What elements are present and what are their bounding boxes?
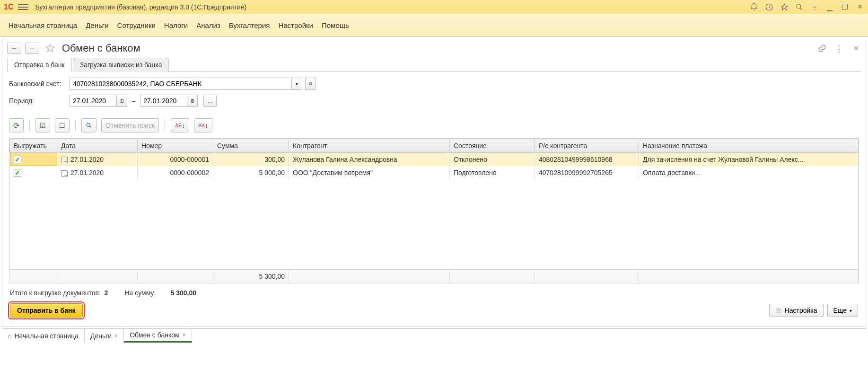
more-button-label: Еще bbox=[833, 307, 847, 314]
title-bar: 1C Бухгалтерия предприятия (базовая), ре… bbox=[0, 0, 868, 14]
app-title: Бухгалтерия предприятия (базовая), редак… bbox=[35, 3, 750, 11]
cancel-search-button[interactable]: Отменить поиск bbox=[101, 118, 159, 132]
cell-sum: 5 000,00 bbox=[213, 166, 289, 179]
menu-taxes[interactable]: Налоги bbox=[164, 21, 188, 29]
table-row[interactable]: ✓ 27.01.2020 0000-000002 5 000,00 ООО "Д… bbox=[10, 166, 859, 179]
bottom-tab-money[interactable]: Деньги × bbox=[85, 329, 124, 343]
refresh-button[interactable]: ⟳ bbox=[9, 118, 24, 132]
summary-sum-label: На сумму: bbox=[124, 289, 156, 297]
col-date[interactable]: Дата bbox=[57, 139, 138, 153]
summary-docs-label: Итого к выгрузке документов: bbox=[10, 289, 101, 297]
col-number[interactable]: Номер bbox=[138, 139, 213, 153]
cell-purpose: Оплата доставки... bbox=[639, 166, 859, 179]
sort-asc-button[interactable]: АЯ↓ bbox=[171, 118, 189, 132]
col-cp-account[interactable]: Р/с контрагента bbox=[535, 139, 639, 153]
menu-help[interactable]: Помощь bbox=[322, 21, 349, 29]
date-from-calendar-button[interactable]: 🗓 bbox=[117, 95, 127, 107]
filter-icon[interactable] bbox=[810, 3, 819, 11]
table-row[interactable]: ✓ 27.01.2020 0000-000001 300,00 Жуланова… bbox=[10, 153, 859, 167]
cell-counterparty: ООО "Доставим вовремя" bbox=[289, 166, 450, 179]
col-counterparty[interactable]: Контрагент bbox=[289, 139, 450, 153]
cell-cp-account: 40802810499998610968 bbox=[535, 153, 639, 167]
gear-icon bbox=[775, 307, 782, 314]
maximize-button[interactable] bbox=[841, 3, 849, 11]
menu-home[interactable]: Начальная страница bbox=[9, 21, 77, 29]
main-menu: Начальная страница Деньги Сотрудники Нал… bbox=[0, 14, 868, 37]
home-icon: ⌂ bbox=[8, 332, 11, 340]
bottom-tab-bank-label: Обмен с банком bbox=[130, 331, 179, 339]
cell-status: Отклонено bbox=[450, 153, 535, 167]
bank-account-dropdown-button[interactable]: ▾ bbox=[292, 78, 302, 90]
bottom-tab-home[interactable]: ⌂ Начальная страница bbox=[2, 329, 85, 343]
period-picker-button[interactable]: ... bbox=[203, 95, 217, 107]
content: ← → Обмен с банком ⋮ × Отправка в банк З… bbox=[2, 39, 866, 326]
date-from-input[interactable] bbox=[70, 95, 117, 107]
bank-account-input[interactable] bbox=[70, 78, 292, 90]
nav-back-button[interactable]: ← bbox=[7, 43, 21, 54]
bottom-tabs: ⌂ Начальная страница Деньги × Обмен с ба… bbox=[2, 328, 866, 343]
document-icon bbox=[61, 157, 68, 163]
favorite-star-icon[interactable] bbox=[45, 43, 55, 53]
more-button[interactable]: Еще ▾ bbox=[827, 304, 859, 317]
tab-load-statement[interactable]: Загрузка выписки из банка bbox=[73, 58, 169, 72]
row-checkbox[interactable]: ✓ bbox=[14, 156, 21, 163]
cell-status: Подготовлено bbox=[450, 166, 535, 179]
history-icon[interactable] bbox=[765, 3, 773, 11]
search-icon[interactable] bbox=[795, 3, 804, 11]
bottom-tab-bank-exchange[interactable]: Обмен с банком × bbox=[124, 329, 192, 343]
total-sum-cell: 5 300,00 bbox=[213, 270, 289, 283]
svg-point-1 bbox=[797, 4, 801, 9]
sort-desc-button[interactable]: ЯА↓ bbox=[194, 118, 212, 132]
close-page-button[interactable]: × bbox=[851, 44, 861, 53]
cell-date: 27.01.2020 bbox=[70, 156, 104, 163]
menu-analysis[interactable]: Анализ bbox=[196, 21, 220, 29]
period-dash: – bbox=[132, 97, 135, 105]
bank-account-open-button[interactable]: ⧉ bbox=[305, 78, 316, 90]
minimize-button[interactable] bbox=[825, 3, 834, 11]
date-to-calendar-button[interactable]: 🗓 bbox=[187, 95, 198, 107]
find-button[interactable] bbox=[81, 118, 96, 132]
bell-icon[interactable] bbox=[750, 3, 758, 11]
send-to-bank-button[interactable]: Отправить в банк bbox=[10, 303, 83, 317]
settings-button-label: Настройка bbox=[785, 307, 817, 314]
svg-point-3 bbox=[778, 309, 780, 311]
menu-money[interactable]: Деньги bbox=[86, 21, 108, 29]
tab-send-to-bank[interactable]: Отправка в банк bbox=[7, 58, 72, 72]
cell-number: 0000-000002 bbox=[138, 166, 213, 179]
bank-account-label: Банковский счет: bbox=[9, 80, 70, 88]
period-label: Период: bbox=[9, 97, 70, 105]
col-export[interactable]: Выгружать bbox=[10, 139, 57, 153]
link-icon[interactable] bbox=[817, 44, 827, 53]
cell-sum: 300,00 bbox=[213, 153, 289, 167]
row-checkbox[interactable]: ✓ bbox=[14, 169, 21, 176]
hamburger-icon[interactable] bbox=[18, 2, 28, 12]
kebab-icon[interactable]: ⋮ bbox=[834, 44, 844, 53]
col-purpose[interactable]: Назначение платежа bbox=[639, 139, 859, 153]
close-icon[interactable]: × bbox=[114, 333, 118, 339]
star-icon[interactable] bbox=[780, 3, 789, 11]
cell-cp-account: 40702810999992705265 bbox=[535, 166, 639, 179]
nav-forward-button[interactable]: → bbox=[25, 43, 39, 54]
chevron-down-icon: ▾ bbox=[850, 308, 852, 313]
close-icon[interactable]: × bbox=[183, 332, 186, 338]
col-sum[interactable]: Сумма bbox=[213, 139, 289, 153]
check-all-button[interactable]: ☑ bbox=[35, 118, 50, 132]
menu-settings[interactable]: Настройки bbox=[278, 21, 313, 29]
cell-counterparty: Жуланова Галина Александровна bbox=[289, 153, 450, 167]
table-totals-row: 5 300,00 bbox=[10, 270, 859, 283]
cell-date: 27.01.2020 bbox=[70, 169, 104, 176]
cell-purpose: Для зачисления на счет Жулановой Галины … bbox=[639, 153, 859, 167]
table-empty-space bbox=[10, 180, 859, 270]
logo-1c: 1C bbox=[4, 3, 13, 11]
document-icon bbox=[61, 170, 68, 177]
close-button[interactable]: × bbox=[856, 3, 864, 11]
date-to-input[interactable] bbox=[140, 95, 187, 107]
settings-button[interactable]: Настройка bbox=[769, 304, 824, 317]
uncheck-all-button[interactable]: ☐ bbox=[55, 118, 70, 132]
page-title: Обмен с банком bbox=[62, 42, 810, 54]
summary-docs-count: 2 bbox=[105, 289, 108, 297]
col-status[interactable]: Состояние bbox=[450, 139, 535, 153]
menu-accounting[interactable]: Бухгалтерия bbox=[229, 21, 270, 29]
menu-employees[interactable]: Сотрудники bbox=[117, 21, 156, 29]
cell-number: 0000-000001 bbox=[138, 153, 213, 167]
